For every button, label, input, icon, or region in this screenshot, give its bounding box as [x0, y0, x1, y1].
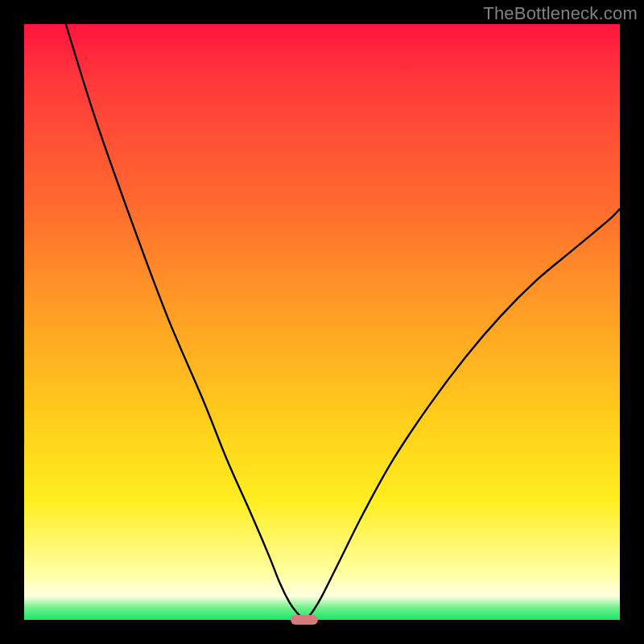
- bottleneck-curve: [24, 24, 620, 620]
- watermark-text: TheBottleneck.com: [483, 3, 638, 24]
- bottleneck-marker: [291, 615, 318, 625]
- chart-frame: TheBottleneck.com: [0, 0, 644, 644]
- plot-area: [24, 24, 620, 620]
